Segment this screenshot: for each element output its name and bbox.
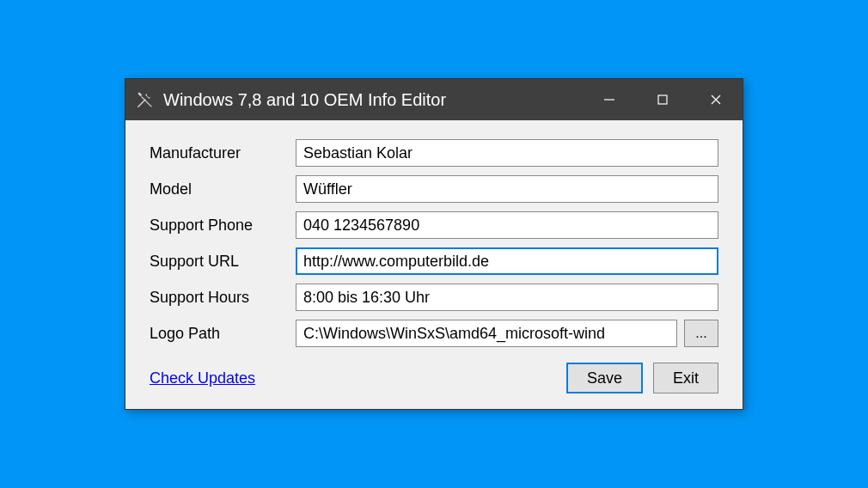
support-url-label: Support URL bbox=[150, 253, 296, 271]
check-updates-link[interactable]: Check Updates bbox=[150, 369, 255, 387]
manufacturer-input[interactable] bbox=[296, 139, 718, 167]
model-input[interactable] bbox=[296, 175, 718, 203]
model-label: Model bbox=[150, 180, 296, 198]
manufacturer-label: Manufacturer bbox=[150, 144, 296, 162]
support-hours-input[interactable] bbox=[296, 284, 718, 311]
support-hours-label: Support Hours bbox=[150, 289, 296, 307]
minimize-button[interactable] bbox=[583, 79, 636, 120]
maximize-button[interactable] bbox=[636, 79, 689, 120]
footer-buttons: Save Exit bbox=[566, 363, 718, 393]
support-hours-row: Support Hours bbox=[150, 284, 718, 311]
support-phone-label: Support Phone bbox=[150, 217, 296, 235]
wrench-screwdriver-icon bbox=[136, 90, 155, 109]
support-phone-input[interactable] bbox=[296, 211, 718, 239]
logo-path-input[interactable] bbox=[296, 320, 677, 347]
model-row: Model bbox=[150, 175, 718, 203]
form-content: Manufacturer Model Support Phone Support… bbox=[125, 120, 743, 409]
window-title: Windows 7,8 and 10 OEM Info Editor bbox=[163, 90, 583, 110]
footer: Check Updates Save Exit bbox=[150, 363, 718, 393]
svg-rect-1 bbox=[658, 95, 667, 104]
manufacturer-row: Manufacturer bbox=[150, 139, 718, 167]
support-url-input[interactable] bbox=[296, 247, 718, 275]
support-url-row: Support URL bbox=[150, 247, 718, 275]
close-button[interactable] bbox=[689, 79, 743, 120]
save-button[interactable]: Save bbox=[566, 363, 643, 393]
browse-button[interactable]: ... bbox=[684, 320, 718, 347]
titlebar[interactable]: Windows 7,8 and 10 OEM Info Editor bbox=[125, 79, 743, 120]
logo-path-row: Logo Path ... bbox=[150, 320, 718, 347]
logo-path-label: Logo Path bbox=[150, 325, 296, 343]
support-phone-row: Support Phone bbox=[150, 211, 718, 239]
exit-button[interactable]: Exit bbox=[653, 363, 718, 393]
app-window: Windows 7,8 and 10 OEM Info Editor Manuf… bbox=[125, 78, 743, 410]
window-controls bbox=[583, 79, 743, 120]
